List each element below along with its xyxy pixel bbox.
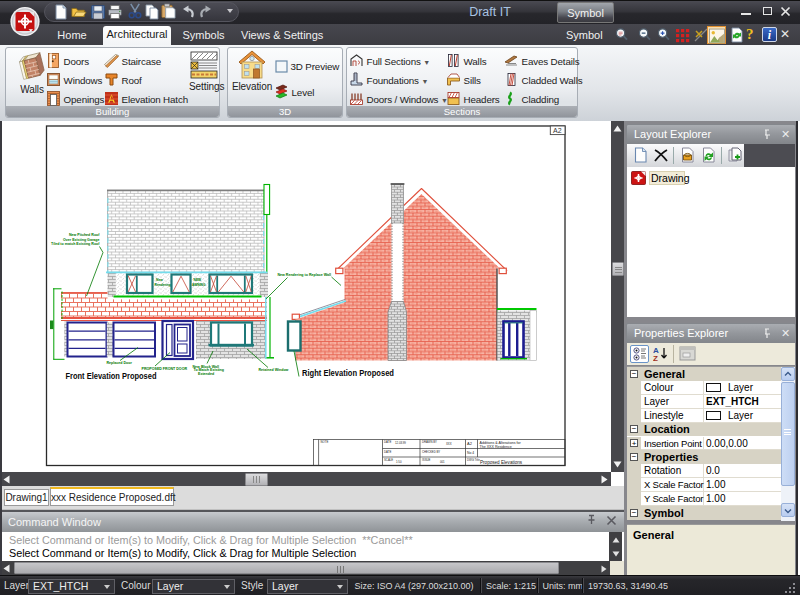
svg-text:The XXX Residence: The XXX Residence <box>480 445 512 449</box>
svg-text:001: 001 <box>440 460 445 464</box>
svg-text:Proposed Elevations: Proposed Elevations <box>480 460 523 465</box>
svg-text:Replaced Door: Replaced Door <box>107 361 133 365</box>
svg-text:SCALE: SCALE <box>384 458 393 462</box>
svg-text:Front Elevation Proposed: Front Elevation Proposed <box>66 371 157 381</box>
svg-text:12.03.99: 12.03.99 <box>395 441 406 445</box>
svg-text:Right Elevation Proposed: Right Elevation Proposed <box>302 368 394 378</box>
svg-text:Z: Z <box>653 354 658 362</box>
svg-text:DWG Title: DWG Title <box>467 458 480 462</box>
svg-text:Retained Window: Retained Window <box>259 368 289 372</box>
svg-text:1:50: 1:50 <box>396 460 402 464</box>
svg-text:A2: A2 <box>467 441 473 446</box>
svg-text:AWNING: AWNING <box>192 283 206 287</box>
svg-text:XXX: XXX <box>446 442 452 446</box>
svg-text:Rendering: Rendering <box>155 283 171 287</box>
svg-text:DATE: DATE <box>384 450 391 454</box>
svg-text:NOTE: NOTE <box>321 440 329 444</box>
svg-text:Extended: Extended <box>198 372 214 376</box>
svg-text:DRAWN BY: DRAWN BY <box>422 440 437 444</box>
svg-text:ISSUE: ISSUE <box>422 458 431 462</box>
svg-text:No 4: No 4 <box>467 451 474 455</box>
svg-text:CHECKED BY: CHECKED BY <box>422 450 440 454</box>
svg-text:DATE: DATE <box>384 440 391 444</box>
svg-text:Tiled to match Existing Roof: Tiled to match Existing Roof <box>51 242 100 246</box>
svg-text:A2: A2 <box>553 127 562 134</box>
svg-text:New Rendering to Replace Wall: New Rendering to Replace Wall <box>277 273 331 277</box>
